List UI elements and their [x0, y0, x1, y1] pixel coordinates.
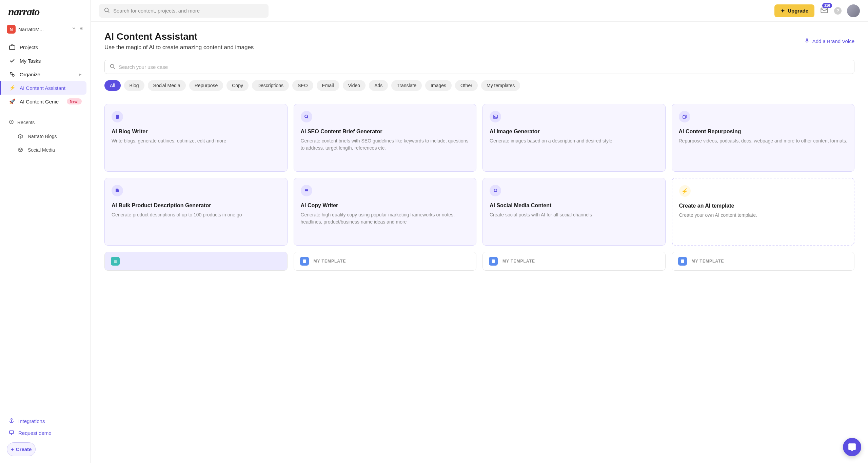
- chevron-down-icon[interactable]: [72, 26, 76, 33]
- files-icon: [112, 185, 123, 196]
- cube-icon: [17, 133, 24, 140]
- help-button[interactable]: ?: [834, 7, 842, 15]
- card-title: Create an AI template: [679, 203, 847, 209]
- svg-point-4: [11, 419, 12, 420]
- template-label: MY TEMPLATE: [692, 259, 724, 264]
- divider: [0, 113, 91, 113]
- topbar: ✦ Upgrade 216 ?: [91, 0, 868, 22]
- template-card[interactable]: MY TEMPLATE: [482, 252, 666, 271]
- filter-chip[interactable]: Ads: [369, 80, 388, 91]
- filter-chip[interactable]: All: [104, 80, 121, 91]
- create-button[interactable]: + Create: [7, 442, 36, 456]
- sidebar-item-ai-assistant[interactable]: ⚡ AI Content Assistant: [0, 81, 86, 95]
- card-bulk-product[interactable]: AI Bulk Product Description Generator Ge…: [104, 178, 288, 246]
- svg-rect-16: [492, 259, 495, 263]
- recent-label: Narrato Blogs: [28, 134, 57, 139]
- card-copy-writer[interactable]: AI Copy Writer Generate high quality cop…: [294, 178, 477, 246]
- gear-icon[interactable]: [78, 26, 84, 33]
- template-label: MY TEMPLATE: [314, 259, 346, 264]
- workspace-selector[interactable]: N NarratoM...: [0, 22, 91, 39]
- global-search-box[interactable]: [99, 4, 269, 18]
- search-icon: [104, 7, 110, 15]
- card-blog-writer[interactable]: AI Blog Writer Write blogs, generate out…: [104, 104, 288, 172]
- image-icon: [490, 111, 501, 122]
- card-social-media[interactable]: AI Social Media Content Create social po…: [482, 178, 666, 246]
- svg-rect-7: [821, 8, 828, 13]
- bolt-icon: ⚡: [679, 185, 691, 197]
- sidebar-item-ai-genie[interactable]: 🚀 AI Content Genie New!: [4, 95, 86, 108]
- sidebar-item-label: AI Content Genie: [20, 99, 59, 104]
- card-image-gen[interactable]: AI Image Generator Generate images based…: [482, 104, 666, 172]
- sidebar-item-label: AI Content Assistant: [20, 85, 65, 91]
- template-card[interactable]: MY TEMPLATE: [294, 252, 477, 271]
- svg-rect-8: [806, 39, 808, 41]
- card-desc: Generate product descriptions of up to 1…: [112, 211, 280, 218]
- global-search-input[interactable]: [113, 8, 264, 14]
- sidebar-item-label: My Tasks: [20, 58, 41, 64]
- filter-chip[interactable]: Other: [455, 80, 478, 91]
- filter-chip[interactable]: Email: [317, 80, 339, 91]
- svg-rect-15: [303, 259, 306, 263]
- template-label: MY TEMPLATE: [502, 259, 535, 264]
- request-demo-link[interactable]: Request demo: [4, 427, 86, 439]
- logo-area: narrato: [0, 0, 91, 22]
- filter-chip[interactable]: Translate: [391, 80, 422, 91]
- filter-chip[interactable]: Video: [343, 80, 366, 91]
- card-desc: Create your own AI content template.: [679, 212, 847, 219]
- filter-chip[interactable]: Descriptions: [252, 80, 289, 91]
- card-create-template[interactable]: ⚡ Create an AI template Create your own …: [672, 178, 855, 246]
- filter-chip[interactable]: Blog: [124, 80, 144, 91]
- recent-item[interactable]: Social Media: [4, 143, 86, 157]
- chat-widget[interactable]: [843, 438, 861, 456]
- cards-grid: AI Blog Writer Write blogs, generate out…: [104, 104, 854, 271]
- filter-chip[interactable]: Copy: [226, 80, 249, 91]
- sidebar-item-label: Projects: [20, 44, 38, 50]
- search-icon: [110, 63, 115, 71]
- bolt-icon: ⚡: [9, 84, 16, 91]
- cube-icon: [17, 147, 24, 153]
- filter-chip[interactable]: Images: [425, 80, 452, 91]
- recent-item[interactable]: Narrato Blogs: [4, 130, 86, 143]
- page-title: AI Content Assistant: [104, 31, 804, 42]
- clock-icon: [9, 119, 14, 126]
- user-avatar[interactable]: [847, 4, 860, 17]
- workspace-name: NarratoM...: [18, 26, 69, 32]
- sidebar-item-label: Organize: [20, 72, 40, 77]
- filter-chip[interactable]: SEO: [292, 80, 313, 91]
- svg-rect-14: [683, 116, 686, 118]
- badge-new: New!: [67, 98, 82, 104]
- svg-point-9: [111, 64, 114, 67]
- card-repurposing[interactable]: AI Content Repurposing Repurpose videos,…: [672, 104, 855, 172]
- magnify-icon: [301, 111, 312, 122]
- integrations-link[interactable]: Integrations: [4, 415, 86, 427]
- doc-icon: [112, 111, 123, 122]
- card-title: AI Blog Writer: [112, 129, 280, 135]
- template-card[interactable]: MY TEMPLATE: [672, 252, 855, 271]
- anchor-icon: [9, 418, 14, 424]
- sidebar-item-projects[interactable]: Projects: [4, 40, 86, 54]
- card-seo-brief[interactable]: AI SEO Content Brief Generator Generate …: [294, 104, 477, 172]
- upgrade-button[interactable]: ✦ Upgrade: [774, 4, 814, 17]
- card-desc: Repurpose videos, podcasts, docs, webpag…: [679, 137, 848, 144]
- usecase-search-input[interactable]: [119, 64, 849, 70]
- card-title: AI SEO Content Brief Generator: [301, 129, 470, 135]
- sidebar-item-organize[interactable]: Organize ▸: [4, 67, 86, 81]
- card-title: AI Content Repurposing: [679, 129, 848, 135]
- usecase-search-box[interactable]: [104, 60, 854, 74]
- notifications-button[interactable]: 216: [820, 6, 829, 16]
- workspace-badge: N: [7, 25, 16, 34]
- filter-chip[interactable]: Repurpose: [189, 80, 223, 91]
- filter-chip[interactable]: My templates: [481, 80, 520, 91]
- add-brand-voice-button[interactable]: Add a Brand Voice: [804, 38, 854, 44]
- page-subtitle: Use the magic of AI to create amazing co…: [104, 44, 804, 51]
- sparkle-icon: ✦: [781, 8, 785, 14]
- list-icon: [111, 257, 120, 266]
- sidebar-item-tasks[interactable]: My Tasks: [4, 54, 86, 67]
- caret-right-icon: ▸: [79, 71, 82, 77]
- check-icon: [9, 57, 16, 64]
- svg-point-2: [12, 74, 14, 76]
- briefcase-icon: [9, 44, 16, 51]
- lines-icon: [301, 185, 312, 196]
- filter-chip[interactable]: Social Media: [148, 80, 186, 91]
- template-card[interactable]: [104, 252, 288, 271]
